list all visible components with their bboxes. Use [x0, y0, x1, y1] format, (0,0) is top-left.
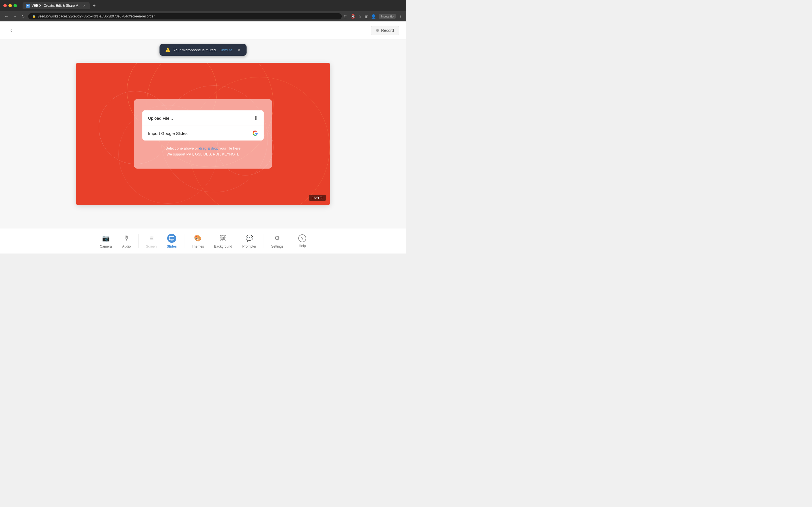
background-icon: 🖼: [218, 234, 227, 243]
canvas-area: ⚠️ Your microphone is muted. Unmute ✕ Up…: [0, 40, 406, 228]
drag-drop-link[interactable]: drag & drop: [199, 146, 218, 151]
camera-icon: 📷: [101, 234, 110, 243]
address-field[interactable]: 🔒 veed.io/workspaces/22ce6d2f-38c5-4df1-…: [28, 13, 342, 19]
presentation-canvas: Upload File... ⬆ Import Google Slides Se…: [76, 63, 330, 205]
toolbar-item-camera[interactable]: 📷 Camera: [95, 231, 117, 251]
app-content: ‹ Record ⚠️ Your microphone is muted. Un…: [0, 21, 406, 253]
mute-icon[interactable]: 🔇: [350, 14, 355, 18]
camera-label: Camera: [100, 244, 112, 248]
top-toolbar: ‹ Record: [0, 21, 406, 40]
aspect-ratio-arrow-icon: ⇅: [320, 196, 323, 200]
slides-label: Slides: [167, 244, 177, 248]
maximize-window-btn[interactable]: [13, 4, 17, 7]
import-google-slides-label: Import Google Slides: [148, 131, 188, 135]
notification-message: Your microphone is muted.: [173, 48, 217, 52]
browser-actions: ⬚ 🔇 ☆ ▣ 👤 Incognito ⋮: [344, 14, 403, 18]
record-btn[interactable]: Record: [371, 25, 399, 35]
aspect-ratio-label: 16:9: [312, 196, 319, 200]
upload-area: Upload File... ⬆ Import Google Slides Se…: [134, 99, 272, 169]
bookmark-icon[interactable]: ☆: [358, 14, 362, 18]
record-dot-icon: [376, 29, 379, 32]
hint-post: your file here: [218, 146, 241, 151]
upload-file-label: Upload File...: [148, 115, 173, 120]
record-label: Record: [381, 28, 394, 33]
audio-icon: 🎙: [122, 234, 131, 243]
toolbar-item-prompter[interactable]: 💬 Prompter: [237, 231, 261, 251]
google-icon: [252, 130, 258, 136]
toolbar-item-slides[interactable]: Slides: [162, 231, 182, 251]
tab-bar: V VEED - Create, Edit & Share V... ✕ +: [22, 2, 98, 9]
hint-formats: We support PPT, GSLIDES, PDF, KEYNOTE: [167, 152, 239, 156]
browser-chrome: V VEED - Create, Edit & Share V... ✕ +: [0, 0, 406, 11]
unmute-link[interactable]: Unmute: [220, 48, 233, 52]
prompter-label: Prompter: [242, 244, 256, 248]
banner-close-btn[interactable]: ✕: [238, 48, 241, 52]
back-nav-btn[interactable]: ←: [3, 13, 10, 20]
toolbar-item-screen[interactable]: 🖥 Screen: [141, 231, 162, 251]
screen-label: Screen: [146, 244, 157, 248]
svg-rect-0: [169, 236, 174, 240]
new-tab-btn[interactable]: +: [91, 2, 98, 9]
back-icon: ‹: [10, 27, 12, 33]
incognito-badge: Incognito: [378, 14, 396, 18]
profile-icon[interactable]: 👤: [371, 14, 376, 18]
background-label: Background: [214, 244, 232, 248]
back-btn[interactable]: ‹: [7, 26, 16, 35]
screen-icon: 🖥: [147, 234, 156, 243]
upload-file-btn[interactable]: Upload File... ⬆: [142, 110, 264, 126]
toolbar-item-help[interactable]: ? Help: [293, 232, 311, 250]
minimize-window-btn[interactable]: [8, 4, 12, 7]
lock-icon: 🔒: [32, 15, 36, 18]
audio-label: Audio: [122, 244, 131, 248]
bottom-toolbar: 📷 Camera 🎙 Audio 🖥 Screen Slides 🎨: [0, 228, 406, 253]
toolbar-divider-2: [184, 234, 185, 248]
close-window-btn[interactable]: [3, 4, 7, 7]
window-controls: [3, 4, 17, 7]
settings-icon: ⚙: [273, 234, 282, 243]
themes-icon: 🎨: [193, 234, 202, 243]
toolbar-item-background[interactable]: 🖼 Background: [209, 231, 237, 251]
active-tab[interactable]: V VEED - Create, Edit & Share V... ✕: [22, 2, 90, 9]
toolbar-item-settings[interactable]: ⚙ Settings: [266, 231, 289, 251]
prompter-icon: 💬: [245, 234, 254, 243]
notification-banner: ⚠️ Your microphone is muted. Unmute ✕: [160, 44, 247, 56]
url-text: veed.io/workspaces/22ce6d2f-38c5-4df1-a8…: [38, 14, 154, 18]
upload-hint: Select one above or drag & drop your fil…: [165, 146, 241, 158]
tab-title: VEED - Create, Edit & Share V...: [32, 4, 81, 8]
help-label: Help: [299, 244, 306, 248]
warning-icon: ⚠️: [165, 47, 170, 52]
upload-icon: ⬆: [254, 115, 258, 121]
hint-pre: Select one above or: [165, 146, 199, 151]
address-bar-row: ← → ↻ 🔒 veed.io/workspaces/22ce6d2f-38c5…: [0, 11, 406, 21]
themes-label: Themes: [192, 244, 204, 248]
toolbar-item-audio[interactable]: 🎙 Audio: [117, 231, 136, 251]
help-icon: ?: [298, 234, 306, 242]
tab-favicon: V: [26, 4, 30, 8]
cast-icon[interactable]: ⬚: [344, 14, 348, 18]
slides-icon: [167, 234, 176, 243]
toolbar-item-themes[interactable]: 🎨 Themes: [187, 231, 209, 251]
aspect-ratio-badge[interactable]: 16:9 ⇅: [309, 194, 326, 201]
reload-btn[interactable]: ↻: [20, 13, 26, 20]
forward-nav-btn[interactable]: →: [12, 13, 18, 20]
settings-label: Settings: [271, 244, 283, 248]
toolbar-divider-4: [291, 234, 291, 248]
import-google-slides-btn[interactable]: Import Google Slides: [142, 126, 264, 140]
tab-close-btn[interactable]: ✕: [82, 4, 86, 8]
menu-icon[interactable]: ⋮: [399, 14, 403, 18]
sidebar-icon[interactable]: ▣: [364, 14, 368, 18]
